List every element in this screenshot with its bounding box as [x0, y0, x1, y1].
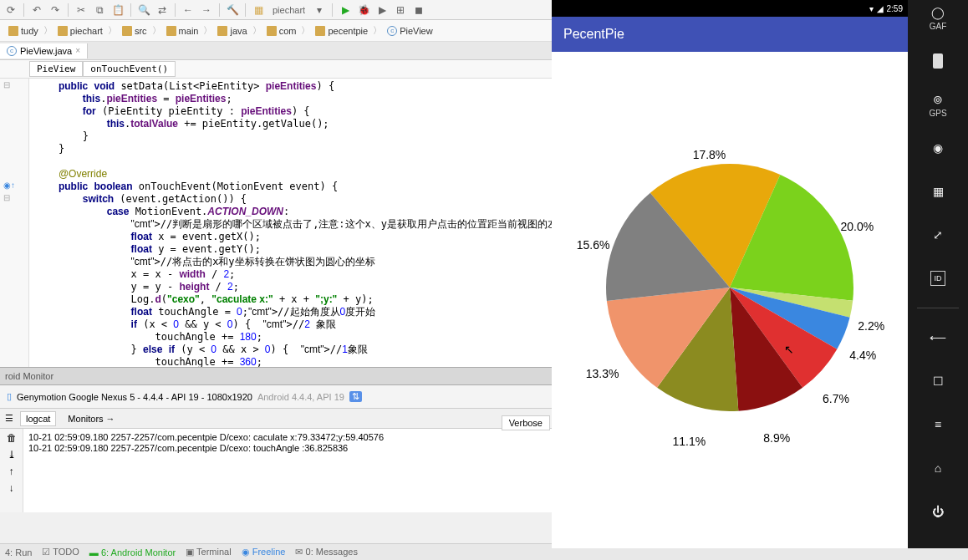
clock: 2:59: [887, 4, 903, 13]
folder-icon: [315, 26, 325, 36]
bottom-tab[interactable]: ▣ Terminal: [186, 547, 231, 557]
emulator-window: ▾ ◢ 2:59 PecentPie 17.8%20.0%2.2%4.4%6.7…: [552, 0, 908, 548]
class-icon: c: [7, 46, 17, 56]
camera-icon[interactable]: ◉: [921, 134, 955, 162]
attach-icon[interactable]: ▶: [374, 3, 390, 18]
bottom-tab[interactable]: 4: Run: [5, 547, 32, 557]
stop-icon[interactable]: ◼: [411, 3, 426, 18]
folder-icon: [166, 26, 176, 36]
log-level-select[interactable]: Verbose: [502, 415, 550, 430]
back-icon[interactable]: ←: [181, 3, 196, 18]
file-tab[interactable]: c PieView.java ×: [0, 43, 88, 59]
method-tab[interactable]: onTouchEvent(): [83, 61, 176, 77]
android-status-bar: ▾ ◢ 2:59: [552, 0, 908, 17]
build-icon[interactable]: 🔨: [225, 3, 240, 18]
bottom-tab[interactable]: ☑ TODO: [42, 547, 79, 557]
home-button[interactable]: ⌂: [921, 454, 955, 482]
class-icon: c: [387, 26, 397, 36]
bottom-tab[interactable]: ▬ 6: Android Monitor: [89, 547, 176, 557]
folder-icon: [122, 26, 132, 36]
power-button[interactable]: ⏻: [921, 497, 955, 526]
dropdown-icon[interactable]: ▾: [312, 3, 327, 18]
cut-icon[interactable]: ✂: [74, 3, 89, 18]
breadcrumb-item[interactable]: tudy: [5, 24, 42, 38]
pie-slice-label: 13.3%: [586, 367, 619, 380]
tab-monitors[interactable]: Monitors →: [63, 412, 120, 425]
copy-icon[interactable]: ⧉: [92, 3, 107, 18]
breadcrumb-item[interactable]: com: [263, 24, 300, 38]
pie-chart: [604, 162, 855, 413]
profile-icon[interactable]: ⊞: [393, 3, 408, 18]
pie-slice-label: 20.0%: [841, 220, 874, 233]
folder-icon: [58, 26, 68, 36]
id-icon[interactable]: ID: [921, 264, 955, 293]
pie-slice-label: 2.2%: [858, 319, 884, 333]
redo-icon[interactable]: ↷: [48, 3, 63, 18]
tab-logcat[interactable]: logcat: [20, 411, 56, 426]
gps-icon[interactable]: ⊚GPS: [921, 90, 955, 119]
run-config-label[interactable]: piechart: [269, 5, 308, 15]
pie-slice-label: 4.4%: [849, 349, 876, 362]
back-button[interactable]: ⟵: [921, 323, 955, 352]
close-icon[interactable]: ×: [75, 46, 80, 55]
dropdown-icon[interactable]: ⇅: [349, 391, 362, 402]
app-bar: PecentPie: [552, 17, 908, 52]
run-icon[interactable]: ▶: [338, 3, 353, 18]
emulator-sidebar: ◯GAF ⊚GPS ◉ ▦ ⤢ ID ⟵ ☐ ≡ ⌂ ⏻: [908, 0, 968, 548]
find-icon[interactable]: 🔍: [136, 3, 151, 18]
breadcrumb-item[interactable]: java: [214, 24, 250, 38]
run-config-folder-icon[interactable]: ▦: [251, 3, 266, 18]
menu-button[interactable]: ≡: [921, 410, 955, 439]
editor-gutter: ⊟ ◉↑ ⊟: [0, 79, 29, 367]
debug-icon[interactable]: 🐞: [356, 3, 371, 18]
down-icon[interactable]: ↓: [9, 482, 14, 494]
paste-icon[interactable]: 📋: [110, 3, 125, 18]
app-title: PecentPie: [563, 27, 624, 42]
bottom-tab[interactable]: ◉ Freeline: [242, 547, 286, 557]
battery-icon[interactable]: [921, 47, 955, 75]
wifi-icon: ▾: [869, 4, 874, 13]
breadcrumb-item[interactable]: cPieView: [384, 24, 436, 38]
breadcrumb-item[interactable]: main: [163, 24, 202, 38]
folder-icon: [267, 26, 277, 36]
breadcrumb-item[interactable]: src: [119, 24, 150, 38]
device-icon: ▯: [7, 391, 12, 402]
scroll-end-icon[interactable]: ⤓: [8, 449, 16, 461]
method-tab[interactable]: PieView: [29, 61, 83, 77]
remote-icon[interactable]: ⤢: [921, 221, 955, 249]
pie-slice-label: 8.9%: [763, 431, 790, 445]
recent-button[interactable]: ☐: [921, 367, 955, 395]
folder-icon: [217, 26, 227, 36]
up-icon[interactable]: ↑: [9, 466, 14, 477]
breadcrumb-item[interactable]: piechart: [54, 24, 106, 38]
log-toolbar: 🗑 ⤓ ↑ ↓: [0, 429, 23, 512]
signal-icon: ◢: [877, 4, 884, 13]
mouse-cursor: ↖: [784, 343, 794, 356]
capture-icon[interactable]: ▦: [921, 177, 955, 206]
undo-icon[interactable]: ↶: [29, 3, 44, 18]
sync-icon[interactable]: ⟳: [3, 3, 18, 18]
logcat-icon: ☰: [5, 413, 13, 424]
pie-slice-label: 11.1%: [673, 435, 706, 448]
forward-icon[interactable]: →: [199, 3, 214, 18]
trash-icon[interactable]: 🗑: [7, 432, 17, 444]
bottom-tab[interactable]: ✉ 0: Messages: [295, 547, 357, 557]
pie-chart-view[interactable]: 17.8%20.0%2.2%4.4%6.7%8.9%11.1%13.3%15.6…: [552, 52, 908, 548]
brand-icon: ◯GAF: [921, 3, 955, 32]
pie-slice-label: 15.6%: [577, 238, 610, 252]
folder-icon: [8, 26, 18, 36]
pie-slice-label: 17.8%: [693, 148, 726, 161]
pie-slice-label: 6.7%: [823, 392, 849, 405]
replace-icon[interactable]: ⇄: [155, 3, 170, 18]
breadcrumb-item[interactable]: pecentpie: [312, 24, 371, 38]
